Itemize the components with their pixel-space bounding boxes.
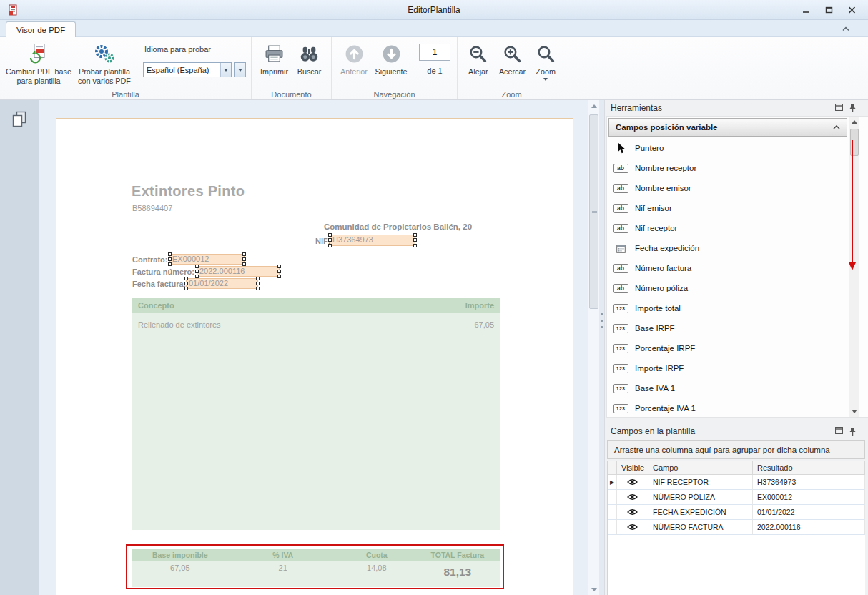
selection-handle[interactable] xyxy=(328,238,332,242)
tool-item[interactable]: ab 123 Importe total xyxy=(607,298,849,318)
scrollbar-thumb[interactable] xyxy=(589,114,598,309)
tool-item[interactable]: ab 123 Nif emisor xyxy=(607,198,849,218)
visible-eye-icon xyxy=(627,523,638,531)
pdf-viewport[interactable]: Extintores Pinto B58694407 Comunidad de … xyxy=(39,100,588,595)
selection-handle[interactable] xyxy=(256,282,260,285)
column-header-visible[interactable]: Visible xyxy=(617,461,648,475)
group-by-drop-area[interactable]: Arrastre una columna aquí para agrupar p… xyxy=(607,440,865,459)
zoom-in-button[interactable]: Acercar xyxy=(495,41,531,77)
field-name-cell: NÚMERO PÓLIZA xyxy=(648,490,753,505)
selection-handle[interactable] xyxy=(328,233,332,237)
page-number-input[interactable] xyxy=(419,44,450,61)
close-button[interactable] xyxy=(844,4,859,16)
selection-handle[interactable] xyxy=(277,275,281,278)
selection-handle[interactable] xyxy=(242,257,246,261)
language-dropdown-button[interactable] xyxy=(234,62,246,77)
visible-cell[interactable] xyxy=(617,505,648,520)
tool-item[interactable]: ab 123 Fecha expedición xyxy=(607,238,849,258)
tab-visor-de-pdf[interactable]: Visor de PDF xyxy=(6,21,76,37)
tool-item[interactable]: ab 123 Base IRPF xyxy=(607,318,849,338)
tool-item-label: Número póliza xyxy=(635,284,688,292)
combobox-arrow[interactable] xyxy=(220,63,231,77)
selection-handle[interactable] xyxy=(168,262,172,266)
items-header-amount: Importe xyxy=(465,301,494,310)
tool-item[interactable]: ab 123 Nif receptor xyxy=(607,218,849,238)
tool-item[interactable]: ab 123 Nombre receptor xyxy=(607,158,849,178)
selection-handle[interactable] xyxy=(195,265,199,268)
dock-window-icon[interactable] xyxy=(835,427,843,434)
restore-button[interactable] xyxy=(821,4,837,16)
template-field-fecha-expedicion[interactable]: 01/01/2022 xyxy=(186,278,258,289)
table-row[interactable]: ▶ NIF RECEPTOR H37364973 xyxy=(608,475,865,490)
tool-item[interactable]: ab 123 Importe IRPF xyxy=(607,358,849,378)
visible-cell[interactable] xyxy=(617,475,648,490)
panel-splitter[interactable] xyxy=(599,100,604,595)
tool-item[interactable]: ab 123 Porcentaje IVA 1 xyxy=(607,398,849,418)
visible-cell[interactable] xyxy=(617,520,648,535)
pin-icon[interactable] xyxy=(849,104,857,113)
scroll-down-button[interactable] xyxy=(849,406,859,417)
change-base-pdf-button[interactable]: Cambiar PDF base para plantilla xyxy=(4,41,73,86)
visible-cell[interactable] xyxy=(617,490,648,505)
table-row[interactable]: NÚMERO FACTURA 2022.000116 xyxy=(608,520,865,535)
table-row[interactable]: FECHA EXPEDICIÓN 01/01/2022 xyxy=(608,505,865,520)
test-template-button[interactable]: Probar plantilla con varios PDF xyxy=(73,41,136,86)
selection-handle[interactable] xyxy=(184,282,188,285)
thumbnails-strip[interactable] xyxy=(0,100,39,595)
selection-handle[interactable] xyxy=(277,270,281,273)
tool-group-campos-posicion-variable[interactable]: Campos posición variable xyxy=(608,118,847,137)
selection-handle[interactable] xyxy=(256,277,260,280)
selection-handle[interactable] xyxy=(413,233,417,237)
row-indicator xyxy=(608,490,617,505)
scroll-down-button[interactable] xyxy=(588,584,599,595)
selection-handle[interactable] xyxy=(277,265,281,268)
zoom-out-button[interactable]: Alejar xyxy=(462,41,495,77)
annotation-red-arrow xyxy=(852,140,853,263)
pin-icon[interactable] xyxy=(849,427,857,436)
selection-handle[interactable] xyxy=(184,287,188,290)
language-combobox[interactable]: Español (España) xyxy=(143,62,232,77)
tool-item[interactable]: ab 123 Porcentaje IRPF xyxy=(607,338,849,358)
template-field-nif-receptor[interactable]: H37364973 xyxy=(330,235,415,246)
tool-item[interactable]: ab 123 Puntero xyxy=(607,138,849,158)
scroll-up-button[interactable] xyxy=(849,117,859,127)
column-header-resultado[interactable]: Resultado xyxy=(753,461,865,475)
zoom-button[interactable]: Zoom xyxy=(530,41,561,81)
selection-handle[interactable] xyxy=(242,252,246,256)
selection-handle[interactable] xyxy=(256,287,260,290)
template-field-numero-factura[interactable]: 2022.000116 xyxy=(197,266,280,277)
tool-item-label: Porcentaje IVA 1 xyxy=(635,404,696,413)
tool-item[interactable]: ab 123 Base IVA 1 xyxy=(607,378,849,398)
test-template-label: Probar plantilla con varios PDF xyxy=(73,67,136,86)
scroll-up-button[interactable] xyxy=(588,100,599,112)
zoom-dropdown-arrow xyxy=(543,78,548,81)
ribbon-group-documento: Imprimir Buscar Documento xyxy=(252,37,332,99)
table-row[interactable]: NÚMERO PÓLIZA EX000012 xyxy=(608,490,865,505)
number-field-icon: 123 xyxy=(613,404,628,413)
previous-page-button[interactable]: Anterior xyxy=(336,41,372,77)
search-button[interactable]: Buscar xyxy=(292,41,327,77)
column-header-campo[interactable]: Campo xyxy=(648,461,753,475)
previous-page-label: Anterior xyxy=(340,67,368,77)
print-button[interactable]: Imprimir xyxy=(257,41,292,77)
page-count-label: de 1 xyxy=(419,67,450,75)
tool-item[interactable]: ab 123 Nombre emisor xyxy=(607,178,849,198)
totals-value-total: 81,13 xyxy=(415,561,500,587)
selection-handle[interactable] xyxy=(413,244,417,247)
selection-handle[interactable] xyxy=(184,277,188,280)
next-page-button[interactable]: Siguiente xyxy=(372,41,410,77)
minimize-button[interactable] xyxy=(798,4,814,16)
tool-item[interactable]: ab 123 Número factura xyxy=(607,258,849,278)
selection-handle[interactable] xyxy=(328,244,332,247)
panels-horizontal-splitter[interactable] xyxy=(605,418,868,423)
ribbon-collapse-button[interactable] xyxy=(839,24,852,34)
selection-handle[interactable] xyxy=(195,270,199,273)
template-field-numero-poliza[interactable]: EX000012 xyxy=(169,254,245,265)
selection-handle[interactable] xyxy=(413,238,417,242)
selection-handle[interactable] xyxy=(168,252,172,256)
tool-item[interactable]: ab 123 Número póliza xyxy=(607,278,849,298)
field-value: H37364973 xyxy=(330,235,415,245)
pdf-vertical-scrollbar[interactable] xyxy=(588,100,599,595)
selection-handle[interactable] xyxy=(168,257,172,261)
dock-window-icon[interactable] xyxy=(835,104,843,111)
